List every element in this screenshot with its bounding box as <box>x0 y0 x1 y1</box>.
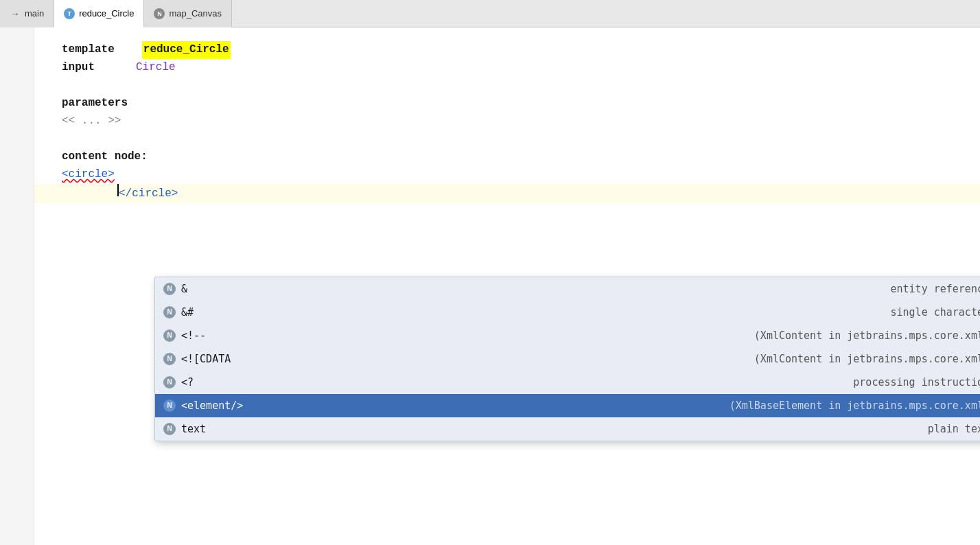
close-tag: </circle> <box>119 185 178 203</box>
line-parameters-value: << ... >> <box>62 113 980 130</box>
item-0-badge: N <box>163 283 176 295</box>
tab-map-canvas-icon: N <box>154 8 165 19</box>
item-6-label: text <box>181 421 387 437</box>
parameters-keyword: parameters <box>62 95 128 113</box>
code-editor[interactable]: template reduce_Circle input Circle para… <box>34 27 980 545</box>
item-6-badge: N <box>163 423 176 435</box>
tab-main-label: main <box>25 8 44 19</box>
line-parameters: parameters <box>62 95 980 113</box>
autocomplete-dropdown: N & entity reference N &# single charact… <box>154 277 980 441</box>
item-1-label: &# <box>181 304 387 321</box>
line-input: input Circle <box>62 59 980 77</box>
parameters-value: << ... >> <box>62 113 121 130</box>
autocomplete-item-6[interactable]: N text plain text <box>155 417 980 441</box>
autocomplete-item-0[interactable]: N & entity reference <box>155 277 980 301</box>
open-tag: <circle> <box>62 166 115 184</box>
item-0-type: entity reference <box>393 281 980 297</box>
tab-main[interactable]: → main <box>0 0 54 27</box>
tab-map-canvas-label: map_Canvas <box>169 8 222 19</box>
item-4-badge: N <box>163 376 176 389</box>
item-2-badge: N <box>163 329 176 342</box>
content-keyword: content node: <box>62 148 148 166</box>
item-5-badge: N <box>163 399 176 412</box>
input-type: Circle <box>136 59 176 77</box>
item-2-label: <!-- <box>181 327 387 344</box>
item-5-label: <element/> <box>181 397 387 414</box>
tab-reduce-circle-icon: T <box>64 8 75 19</box>
item-5-type: (XmlBaseElement in jetbrains.mps.core.xm… <box>393 397 980 414</box>
item-3-badge: N <box>163 353 176 365</box>
item-2-type: (XmlContent in jetbrains.mps.core.xml) <box>393 327 980 344</box>
item-3-label: <![CDATA <box>181 351 387 367</box>
item-4-label: <? <box>181 374 387 391</box>
input-keyword: input <box>62 59 95 77</box>
autocomplete-item-5[interactable]: N <element/> (XmlBaseElement in jetbrain… <box>155 394 980 417</box>
line-close-tag: 💡 </circle> <box>34 184 980 203</box>
tab-reduce-circle[interactable]: T reduce_Circle <box>54 0 144 27</box>
editor-area: template reduce_Circle input Circle para… <box>0 27 980 545</box>
autocomplete-item-4[interactable]: N <? processing instruction <box>155 371 980 394</box>
tab-bar: → main T reduce_Circle N map_Canvas <box>0 0 980 27</box>
line-template: template reduce_Circle <box>62 41 980 59</box>
template-name: reduce_Circle <box>142 41 231 59</box>
item-1-badge: N <box>163 306 176 318</box>
tab-map-canvas[interactable]: N map_Canvas <box>144 0 232 27</box>
item-6-type: plain text <box>393 421 980 437</box>
autocomplete-item-3[interactable]: N <![CDATA (XmlContent in jetbrains.mps.… <box>155 347 980 371</box>
tab-reduce-circle-label: reduce_Circle <box>79 8 134 19</box>
autocomplete-item-2[interactable]: N <!-- (XmlContent in jetbrains.mps.core… <box>155 324 980 347</box>
item-4-type: processing instruction <box>393 374 980 391</box>
template-keyword: template <box>62 41 115 59</box>
item-3-type: (XmlContent in jetbrains.mps.core.xml) <box>393 351 980 367</box>
tab-main-icon: → <box>10 8 21 19</box>
autocomplete-item-1[interactable]: N &# single character <box>155 301 980 324</box>
line-content: content node: <box>62 148 980 166</box>
line-open-tag: <circle> <box>62 166 980 184</box>
editor-gutter <box>0 27 34 545</box>
item-0-label: & <box>181 281 387 297</box>
item-1-type: single character <box>393 304 980 321</box>
